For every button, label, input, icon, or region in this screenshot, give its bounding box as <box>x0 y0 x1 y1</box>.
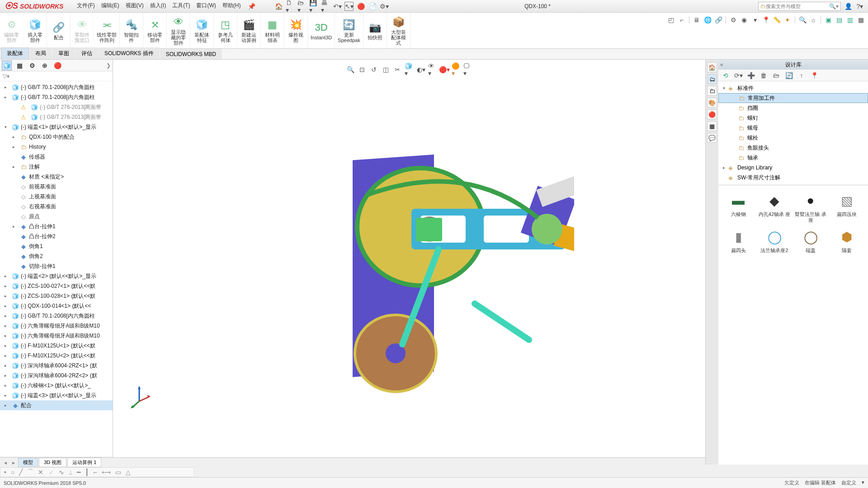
fm-dim-tab-icon[interactable]: ⊕ <box>40 61 50 70</box>
lib-tree-node[interactable]: ▸🗀挡圈 <box>718 103 868 113</box>
rb-icon-dot[interactable]: ◉ <box>740 15 749 24</box>
tree-node[interactable]: ▸🧊(-) GB/T 70.1-2008[内六角圆柱 <box>0 311 113 321</box>
tree-node[interactable]: ▸🧊(-) QDX-100-014<1> (默认<< <box>0 301 113 311</box>
sk-circle-icon[interactable]: ○ <box>11 469 14 476</box>
tree-expand-icon[interactable]: ▸ <box>5 383 10 388</box>
zoom-area-icon[interactable]: ⊡ <box>358 65 367 74</box>
rb-icon-globe[interactable]: 🖥 <box>692 15 701 24</box>
rb-icon-mag[interactable]: 🔍 <box>798 15 807 24</box>
lib-del-icon[interactable]: 🗑 <box>759 71 768 80</box>
sk-ref2-icon[interactable]: △ <box>126 469 131 476</box>
collapse-icon[interactable]: « <box>720 61 723 68</box>
tree-node[interactable]: ▸⚠🧊(-) GB/T 276-2013[两面带 <box>0 112 113 122</box>
sk-line-icon[interactable]: ╱ <box>19 469 23 476</box>
status-dropdown-icon[interactable]: ▾ <box>862 479 864 486</box>
display-style-icon[interactable]: ◐▾ <box>416 65 425 74</box>
search-input[interactable] <box>766 4 829 9</box>
lib-thumb-内孔42轴承[interactable]: ◆内孔42轴承 座 <box>758 191 791 223</box>
tree-node[interactable]: ▸🧊(-) ZCS-100-028<1> (默认<<默 <box>0 291 113 301</box>
tree-node[interactable]: ▸🧊(-) 深沟球轴承6004-2RZ<2> (默 <box>0 371 113 380</box>
rb-icon-1[interactable]: ◰ <box>666 15 675 24</box>
sk-arc-icon[interactable]: ⌒ <box>27 468 33 476</box>
lib-tree-node[interactable]: ▸🗀轴承 <box>718 153 868 163</box>
zoom-fit-icon[interactable]: 🔍 <box>346 65 355 74</box>
tree-node[interactable]: ▸◇前视基准面 <box>0 182 113 192</box>
bottom-tab-3D 视图[interactable]: 3D 视图 <box>39 458 66 467</box>
lib-fwd-icon[interactable]: ⟳▾ <box>734 71 743 80</box>
tree-node[interactable]: ▸◆凸台-拉伸1 <box>0 221 113 231</box>
ribbon-大型装配体模式[interactable]: 📦大型装 配体模 式 <box>387 13 410 48</box>
tree-expand-icon[interactable]: ▸ <box>5 85 10 89</box>
open-icon[interactable]: 🗁▾ <box>297 2 307 11</box>
lib-thumb-端盖[interactable]: ◯端盖 <box>794 227 827 253</box>
lib-back-icon[interactable]: ⟲ <box>721 71 730 80</box>
tree-node[interactable]: ▸🧊(-) 深沟球轴承6004-2RZ<1> (默 <box>0 361 113 371</box>
tp-forum-icon[interactable]: 💬 <box>707 133 717 143</box>
menu-help[interactable]: 帮助(H) <box>222 2 241 11</box>
rb-icon-share[interactable]: 🔗 <box>714 15 723 24</box>
select-icon[interactable]: ↖▾ <box>344 2 354 11</box>
lib-thumb-臂臂法兰轴[interactable]: ●臂臂法兰轴 承座 <box>794 191 827 223</box>
sk-corner-icon[interactable]: ⌐ <box>93 469 97 476</box>
home-icon[interactable]: 🏠 <box>274 2 283 11</box>
tree-node[interactable]: ▸🗀History <box>0 142 113 152</box>
tab-装配体[interactable]: 装配体 <box>1 47 29 59</box>
fm-display-tab-icon[interactable]: 🔴 <box>52 61 62 70</box>
rb-icon-g2[interactable]: ▤ <box>835 15 844 24</box>
tree-node[interactable]: ▸🧊(-) F-M10X125U<2> (默认<<默 <box>0 351 113 361</box>
tree-node[interactable]: ▸🧊(-) 端盖<2> (默认<<默认>_显示 <box>0 271 113 281</box>
ribbon-线性零部件阵列[interactable]: ⫘线性零部 件阵列 <box>94 13 120 48</box>
tree-expand-icon[interactable]: ▸ <box>5 95 10 99</box>
print-icon[interactable]: 🖶▾ <box>321 2 330 11</box>
ribbon-移动零部件[interactable]: ⤧移动零 部件 <box>143 13 167 48</box>
tree-expand-icon[interactable]: ▸ <box>5 363 10 368</box>
lib-refresh-icon[interactable]: 🔄 <box>784 71 793 80</box>
lib-expand-icon[interactable]: ▸ <box>723 165 728 170</box>
tp-library-icon[interactable]: 🗂 <box>707 74 717 84</box>
sk-perp-icon[interactable]: ⟂ <box>69 469 72 476</box>
ribbon-爆炸视图[interactable]: 💥爆炸视 图 <box>284 13 308 48</box>
rebuild-icon[interactable]: 🔴 <box>356 2 365 11</box>
tab-草图[interactable]: 草图 <box>52 47 75 59</box>
rb-icon-g1[interactable]: ▣ <box>824 15 833 24</box>
ribbon-材料明细表[interactable]: ▦材料明 细表 <box>261 13 284 48</box>
lib-tree-node[interactable]: ▸◈Design Library <box>718 163 868 173</box>
tree-expand-icon[interactable]: ▸ <box>5 353 10 358</box>
user-icon[interactable]: 👤 <box>844 2 853 11</box>
tree-node[interactable]: ▸◆切除-拉伸1 <box>0 261 113 271</box>
rb-icon-g3[interactable]: ▥ <box>845 15 854 24</box>
tree-node[interactable]: ▸🧊(-) 六棱钢<1> (默认<<默认>_ <box>0 380 113 390</box>
menu-insert[interactable]: 插入(I) <box>150 2 166 11</box>
ribbon-Instant3D[interactable]: 3DInstant3D <box>308 13 335 48</box>
tree-node[interactable]: ▸🧊(-) 六角薄螺母细牙A级和B级M10 <box>0 321 113 331</box>
bottom-tab-模型[interactable]: 模型 <box>18 458 38 467</box>
tree-expand-icon[interactable]: ▸ <box>13 145 18 149</box>
sk-horiz-icon[interactable]: ━ <box>77 469 80 476</box>
tab-SOLIDWORKS MBD[interactable]: SOLIDWORKS MBD <box>160 49 222 59</box>
library-tree[interactable]: ▾◈标准件▸🗀常用加工件▸🗀挡圈▸🗀螺钉▸🗀螺母▸🗀螺栓▸🗀鱼眼接头▸🗀轴承▸◈… <box>718 81 868 185</box>
search-icon[interactable]: 🔍▾ <box>829 3 839 9</box>
sk-spline-icon[interactable]: ∿ <box>59 469 64 476</box>
tree-node[interactable]: ▸🗀注解 <box>0 162 113 172</box>
bottom-tab-运动算例 1[interactable]: 运动算例 1 <box>67 458 101 467</box>
lib-tree-node[interactable]: ▸🗀常用加工件 <box>718 93 868 103</box>
tree-expand-icon[interactable]: ▸ <box>5 324 10 328</box>
tree-node[interactable]: ▸◆材质 <未指定> <box>0 172 113 182</box>
tree-expand-icon[interactable]: ▸ <box>5 284 10 288</box>
tree-node[interactable]: ▸⚠🧊(-) GB/T 276-2013[两面带 <box>0 102 113 112</box>
tree-node[interactable]: ▸🧊(-) ZCS-100-027<1> (默认<<默 <box>0 281 113 291</box>
pin-icon[interactable]: 📌 <box>247 2 256 11</box>
tree-expand-icon[interactable]: ▸ <box>5 343 10 348</box>
tree-expand-icon[interactable]: ▸ <box>5 403 10 408</box>
ribbon-拍快照[interactable]: 📷拍快照 <box>363 13 387 48</box>
doc-icon[interactable]: 📄 <box>368 2 377 11</box>
search-box[interactable]: 🗀 🔍▾ <box>758 2 841 11</box>
tree-expand-icon[interactable]: ▸ <box>13 224 18 229</box>
prev-view-icon[interactable]: ↺ <box>369 65 378 74</box>
lib-tree-node[interactable]: ▸🗀螺母 <box>718 123 868 133</box>
tree-expand-icon[interactable]: ▸ <box>5 294 10 298</box>
help-q-icon[interactable]: ?▾ <box>855 2 864 11</box>
lib-up-icon[interactable]: ↑ <box>797 71 806 80</box>
tree-expand-icon[interactable]: ▸ <box>13 135 18 139</box>
tree-expand-icon[interactable]: ▾ <box>5 125 10 129</box>
